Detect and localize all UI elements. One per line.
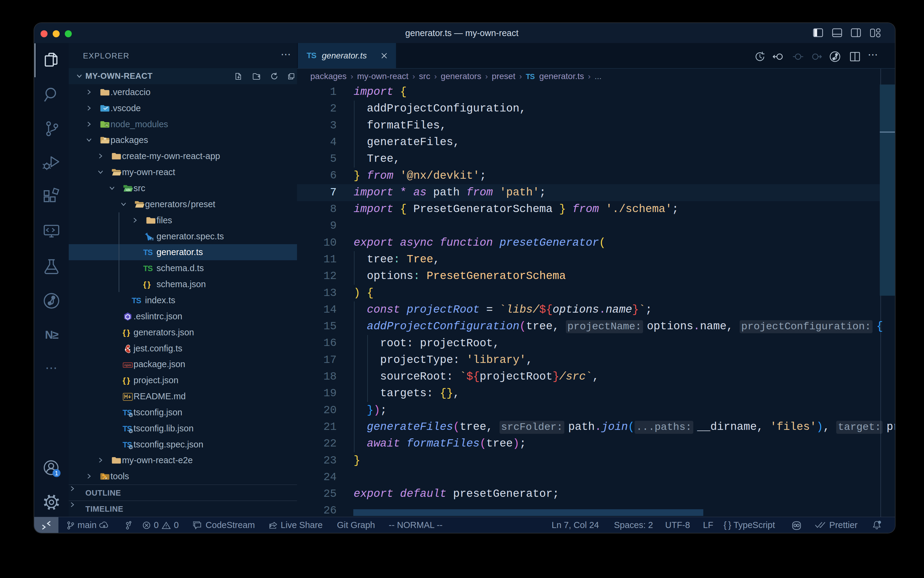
svg-text:npm: npm (124, 364, 131, 367)
svg-text:</>: </> (126, 188, 131, 192)
svg-text:JS: JS (105, 124, 108, 127)
svg-text:TS: TS (150, 237, 154, 240)
svg-text:1: 1 (55, 470, 58, 477)
